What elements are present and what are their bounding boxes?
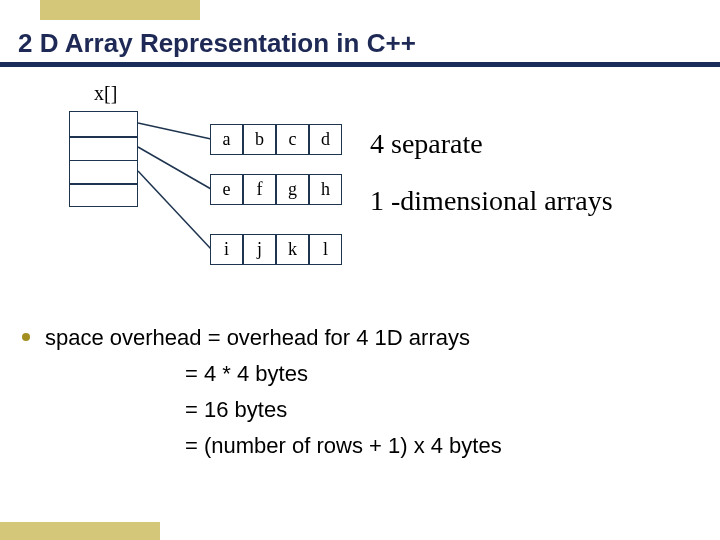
- cell: b: [243, 124, 276, 155]
- cell: l: [309, 234, 342, 265]
- data-row-1: e f g h: [210, 174, 342, 205]
- title-underline: [0, 62, 720, 67]
- slide-title: 2 D Array Representation in C++: [18, 28, 416, 59]
- cell: i: [210, 234, 243, 265]
- cell: f: [243, 174, 276, 205]
- data-row-0: a b c d: [210, 124, 342, 155]
- body-line-2: = 4 * 4 bytes: [45, 356, 502, 392]
- cell: a: [210, 124, 243, 155]
- cell: g: [276, 174, 309, 205]
- body-text: space overhead = overhead for 4 1D array…: [45, 320, 502, 464]
- cell: c: [276, 124, 309, 155]
- body-line-3: = 16 bytes: [45, 392, 502, 428]
- cell: e: [210, 174, 243, 205]
- svg-line-0: [138, 123, 211, 139]
- top-accent-bar: [40, 0, 200, 20]
- cell: j: [243, 234, 276, 265]
- bottom-accent-bar: [0, 522, 160, 540]
- body-line-4: = (number of rows + 1) x 4 bytes: [45, 428, 502, 464]
- pointer-array-label: x[]: [94, 82, 117, 105]
- caption-line-2: 1 -dimensional arrays: [370, 185, 613, 217]
- bullet-icon: [22, 333, 30, 341]
- cell: d: [309, 124, 342, 155]
- cell: h: [309, 174, 342, 205]
- pointer-array-box: [69, 111, 138, 207]
- caption-line-1: 4 separate: [370, 128, 483, 160]
- data-row-2: i j k l: [210, 234, 342, 265]
- body-line-1: space overhead = overhead for 4 1D array…: [45, 320, 502, 356]
- pointer-connector-lines: [138, 111, 218, 251]
- cell: k: [276, 234, 309, 265]
